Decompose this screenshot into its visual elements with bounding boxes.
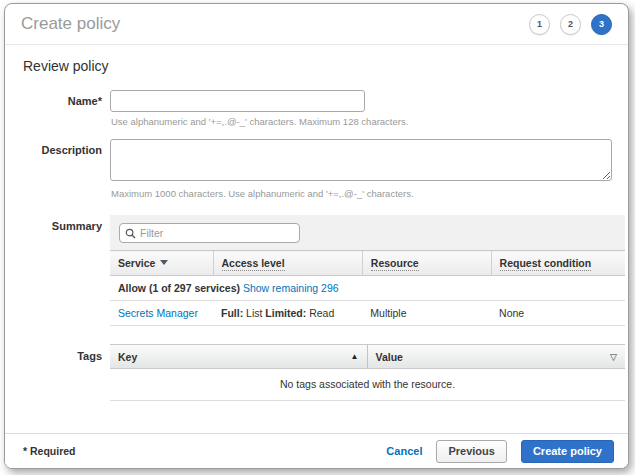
step-3-indicator: 3: [591, 14, 612, 35]
summary-table: Service Access level Resource Request co…: [110, 250, 625, 326]
tags-label: Tags: [23, 344, 102, 401]
step-1-indicator[interactable]: 1: [529, 14, 550, 35]
review-policy-panel: Review policy Name* Use alphanumeric and…: [5, 45, 628, 433]
section-heading: Review policy: [23, 58, 612, 74]
column-header-request-condition[interactable]: Request condition: [491, 251, 625, 276]
allow-group-row: Allow (1 of 297 services) Show remaining…: [110, 276, 625, 301]
tags-empty-message: No tags associated with the resource.: [110, 369, 625, 401]
page-title: Create policy: [21, 14, 120, 34]
step-2-indicator[interactable]: 2: [560, 14, 581, 35]
previous-button[interactable]: Previous: [436, 440, 506, 463]
summary-filter-bar: [110, 215, 625, 250]
show-remaining-link[interactable]: Show remaining 296: [243, 282, 339, 294]
description-helper-text: Maximum 1000 characters. Use alphanumeri…: [111, 188, 612, 199]
description-row: Description Maximum 1000 characters. Use…: [23, 139, 612, 211]
column-header-value[interactable]: Value ▽: [368, 345, 626, 368]
cancel-link[interactable]: Cancel: [386, 445, 422, 457]
filter-input[interactable]: [140, 227, 294, 239]
summary-table-widget: Service Access level Resource Request co…: [110, 215, 625, 326]
service-name-link[interactable]: Secrets Manager: [118, 307, 198, 319]
search-icon: [125, 228, 136, 239]
access-level-cell: Full: List Limited: Read: [213, 301, 362, 326]
name-label: Name*: [23, 90, 102, 139]
column-header-resource[interactable]: Resource: [362, 251, 491, 276]
name-row: Name* Use alphanumeric and '+=,.@-_' cha…: [23, 90, 612, 139]
wizard-steps: 1 2 3: [529, 14, 612, 35]
tags-header-row: Key ▲ Value ▽: [110, 344, 625, 369]
tags-table-widget: Key ▲ Value ▽ No tags associated with th…: [110, 344, 625, 401]
service-summary-row: Secrets Manager Full: List Limited: Read…: [110, 301, 625, 326]
description-label: Description: [23, 139, 102, 211]
create-policy-dialog: Create policy 1 2 3 Review policy Name* …: [4, 3, 629, 469]
name-helper-text: Use alphanumeric and '+=,.@-_' character…: [111, 116, 612, 127]
policy-description-textarea[interactable]: [110, 139, 612, 181]
sort-ascending-icon: ▲: [351, 352, 359, 361]
request-condition-cell: None: [491, 301, 625, 326]
summary-header-row: Service Access level Resource Request co…: [110, 251, 625, 276]
allow-group-label: Allow (1 of 297 services): [118, 282, 240, 294]
dialog-header: Create policy 1 2 3: [5, 4, 628, 45]
required-note: * Required: [23, 445, 76, 457]
policy-name-input[interactable]: [110, 90, 365, 112]
dialog-footer: * Required Cancel Previous Create policy: [5, 433, 628, 468]
column-header-access-level[interactable]: Access level: [213, 251, 362, 276]
sort-descending-icon: [160, 260, 168, 265]
filter-dropdown-icon[interactable]: ▽: [610, 352, 617, 362]
summary-label: Summary: [23, 215, 102, 326]
column-header-key[interactable]: Key ▲: [110, 345, 368, 368]
tags-row: Tags Key ▲ Value ▽ No tags associated wi…: [23, 344, 612, 401]
filter-search-box[interactable]: [119, 223, 300, 243]
create-policy-button[interactable]: Create policy: [521, 440, 614, 463]
resource-cell: Multiple: [362, 301, 491, 326]
summary-row: Summary: [23, 215, 612, 326]
column-header-service[interactable]: Service: [110, 251, 213, 276]
